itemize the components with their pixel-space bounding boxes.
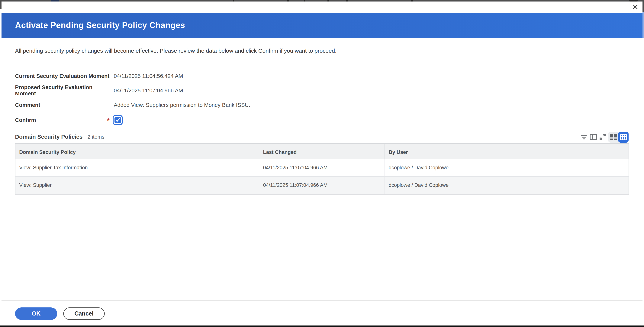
background-logo-remnant xyxy=(51,0,59,1)
expanded-view-icon xyxy=(620,134,627,140)
column-header-domain-security-policy[interactable]: Domain Security Policy xyxy=(15,144,259,159)
ok-button[interactable]: OK xyxy=(15,308,57,320)
required-marker: * xyxy=(107,115,112,125)
footer-divider xyxy=(2,300,642,301)
checkbox-checked-icon xyxy=(114,117,121,123)
background-page-strip xyxy=(0,0,644,1)
field-label: Comment xyxy=(15,102,114,108)
dialog-title: Activate Pending Security Policy Changes xyxy=(15,20,185,30)
cell-policy: View: Supplier Tax Information xyxy=(15,159,259,176)
filter-button[interactable] xyxy=(579,132,589,142)
field-confirm: Confirm * xyxy=(15,115,505,125)
cell-policy: View: Supplier xyxy=(15,176,259,194)
screen: Activate Pending Security Policy Changes… xyxy=(0,0,644,327)
background-remnant xyxy=(287,0,289,1)
background-edge xyxy=(0,0,2,9)
grid-title: Domain Security Policies xyxy=(15,134,82,140)
cell-by-user: dcoplowe / David Coplowe xyxy=(385,159,629,176)
field-label: Confirm xyxy=(15,117,107,123)
field-current-moment: Current Security Evaluation Moment 04/11… xyxy=(15,72,505,80)
grid-row: View: Supplier Tax Information 04/11/202… xyxy=(15,159,629,176)
freeze-columns-button[interactable] xyxy=(589,132,598,142)
filter-icon xyxy=(580,133,588,141)
background-remnant xyxy=(346,0,348,1)
close-button[interactable] xyxy=(630,2,640,12)
freeze-columns-icon xyxy=(589,133,598,141)
column-header-by-user[interactable]: By User xyxy=(385,144,629,159)
grid-item-count: 2 items xyxy=(87,134,104,140)
grid-header-row: Domain Security Policy Last Changed By U… xyxy=(15,144,629,159)
confirm-checkbox[interactable] xyxy=(112,115,123,125)
field-comment: Comment Added View: Suppliers permission… xyxy=(15,101,505,109)
cell-by-user: dcoplowe / David Coplowe xyxy=(385,176,629,194)
background-scrollbar-remnant xyxy=(642,12,644,38)
compact-view-icon xyxy=(610,134,617,140)
background-remnant xyxy=(304,0,305,1)
background-edge xyxy=(642,0,644,12)
column-header-last-changed[interactable]: Last Changed xyxy=(259,144,385,159)
background-remnant xyxy=(328,0,329,1)
field-value: 04/11/2025 11:07:04.966 AM xyxy=(114,87,183,94)
compact-view-button[interactable] xyxy=(608,132,618,143)
expand-grid-icon xyxy=(598,133,607,141)
grid-row: View: Supplier 04/11/2025 11:07:04.966 A… xyxy=(15,176,629,194)
background-remnant xyxy=(411,0,413,1)
field-label: Proposed Security Evaluation Moment xyxy=(15,84,114,97)
background-page-bottom-strip xyxy=(0,326,644,327)
field-value: 04/11/2025 11:04:56.424 AM xyxy=(114,73,183,79)
grid-view-toggle xyxy=(608,132,628,143)
intro-text: All pending security policy changes will… xyxy=(15,47,336,54)
field-label: Current Security Evaluation Moment xyxy=(15,73,114,79)
expand-grid-button[interactable] xyxy=(598,132,608,142)
close-icon xyxy=(632,3,639,10)
cell-last-changed: 04/11/2025 11:07:04.966 AM xyxy=(259,159,385,176)
domain-security-policies-grid: Domain Security Policy Last Changed By U… xyxy=(15,143,629,195)
grid-heading: Domain Security Policies 2 items xyxy=(15,134,104,142)
field-proposed-moment: Proposed Security Evaluation Moment 04/1… xyxy=(15,86,505,95)
dialog-header: Activate Pending Security Policy Changes xyxy=(2,13,642,38)
field-value: Added View: Suppliers permission to Mone… xyxy=(114,102,250,108)
background-remnant xyxy=(233,0,234,1)
expanded-view-button[interactable] xyxy=(618,132,628,143)
cell-last-changed: 04/11/2025 11:07:04.966 AM xyxy=(259,176,385,194)
cancel-button[interactable]: Cancel xyxy=(63,308,105,320)
